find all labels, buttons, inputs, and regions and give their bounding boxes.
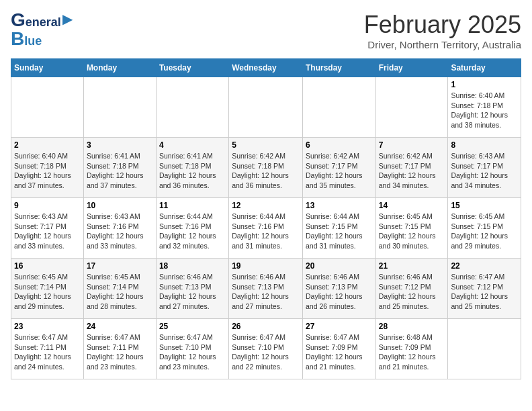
day-info: Sunrise: 6:45 AM Sunset: 7:15 PM Dayligh… [451,212,518,251]
logo-bird-icon: ▶ [62,11,73,27]
day-info: Sunrise: 6:45 AM Sunset: 7:15 PM Dayligh… [379,212,445,251]
calendar-cell: 1Sunrise: 6:40 AM Sunset: 7:18 PM Daylig… [448,77,521,138]
calendar-cell: 2Sunrise: 6:40 AM Sunset: 7:18 PM Daylig… [11,138,84,198]
day-number: 17 [87,261,153,271]
calendar-cell: 20Sunrise: 6:46 AM Sunset: 7:13 PM Dayli… [302,259,375,319]
calendar-cell: 4Sunrise: 6:41 AM Sunset: 7:18 PM Daylig… [156,138,228,198]
calendar-cell: 15Sunrise: 6:45 AM Sunset: 7:15 PM Dayli… [448,198,521,259]
day-info: Sunrise: 6:46 AM Sunset: 7:13 PM Dayligh… [159,272,226,312]
calendar-cell: 5Sunrise: 6:42 AM Sunset: 7:18 PM Daylig… [229,138,303,198]
day-info: Sunrise: 6:48 AM Sunset: 7:09 PM Dayligh… [379,332,445,372]
day-info: Sunrise: 6:47 AM Sunset: 7:10 PM Dayligh… [159,332,226,372]
day-number: 9 [14,201,81,210]
day-number: 8 [451,140,518,150]
day-header-friday: Friday [375,59,448,77]
calendar-cell: 10Sunrise: 6:43 AM Sunset: 7:16 PM Dayli… [83,198,156,259]
calendar-cell: 22Sunrise: 6:47 AM Sunset: 7:12 PM Dayli… [448,259,521,319]
calendar-cell: 11Sunrise: 6:44 AM Sunset: 7:16 PM Dayli… [156,198,228,259]
day-number: 15 [451,201,518,210]
calendar-cell [375,77,448,138]
day-info: Sunrise: 6:46 AM Sunset: 7:13 PM Dayligh… [232,272,300,312]
day-number: 10 [87,201,153,210]
day-info: Sunrise: 6:42 AM Sunset: 7:17 PM Dayligh… [306,151,373,191]
day-number: 27 [306,322,373,331]
week-row-4: 16Sunrise: 6:45 AM Sunset: 7:14 PM Dayli… [11,259,521,319]
day-info: Sunrise: 6:40 AM Sunset: 7:18 PM Dayligh… [14,151,81,191]
day-info: Sunrise: 6:40 AM Sunset: 7:18 PM Dayligh… [451,91,518,130]
header-row: SundayMondayTuesdayWednesdayThursdayFrid… [11,59,521,77]
calendar-cell: 28Sunrise: 6:48 AM Sunset: 7:09 PM Dayli… [375,319,448,379]
day-number: 16 [14,261,81,271]
week-row-5: 23Sunrise: 6:47 AM Sunset: 7:11 PM Dayli… [11,319,521,379]
calendar-cell: 23Sunrise: 6:47 AM Sunset: 7:11 PM Dayli… [11,319,84,379]
day-info: Sunrise: 6:42 AM Sunset: 7:17 PM Dayligh… [379,151,445,191]
day-number: 11 [159,201,226,210]
logo-blue-rest: lue [24,34,42,48]
day-info: Sunrise: 6:47 AM Sunset: 7:12 PM Dayligh… [451,272,518,312]
day-info: Sunrise: 6:44 AM Sunset: 7:16 PM Dayligh… [159,212,226,251]
calendar-cell: 27Sunrise: 6:47 AM Sunset: 7:09 PM Dayli… [302,319,375,379]
calendar-cell: 12Sunrise: 6:44 AM Sunset: 7:16 PM Dayli… [229,198,303,259]
calendar-cell: 13Sunrise: 6:44 AM Sunset: 7:15 PM Dayli… [302,198,375,259]
title-section: February 2025 Driver, Northern Territory… [364,11,521,50]
calendar-table: SundayMondayTuesdayWednesdayThursdayFrid… [11,58,521,379]
day-number: 25 [159,322,226,331]
day-info: Sunrise: 6:47 AM Sunset: 7:11 PM Dayligh… [87,332,153,372]
logo-general-g: G [11,11,26,30]
calendar-cell [156,77,228,138]
calendar-cell: 3Sunrise: 6:41 AM Sunset: 7:18 PM Daylig… [83,138,156,198]
calendar-cell: 6Sunrise: 6:42 AM Sunset: 7:17 PM Daylig… [302,138,375,198]
day-info: Sunrise: 6:45 AM Sunset: 7:14 PM Dayligh… [87,272,153,312]
day-number: 20 [306,261,373,271]
calendar-cell: 7Sunrise: 6:42 AM Sunset: 7:17 PM Daylig… [375,138,448,198]
day-info: Sunrise: 6:44 AM Sunset: 7:15 PM Dayligh… [306,212,373,251]
logo-general-rest: eneral [26,15,61,30]
logo-blue-b: B [11,30,24,48]
day-number: 7 [379,140,445,150]
day-number: 4 [159,140,226,150]
main-title: February 2025 [364,11,521,39]
day-info: Sunrise: 6:47 AM Sunset: 7:11 PM Dayligh… [14,332,81,372]
day-info: Sunrise: 6:47 AM Sunset: 7:10 PM Dayligh… [232,332,300,372]
calendar-cell: 17Sunrise: 6:45 AM Sunset: 7:14 PM Dayli… [83,259,156,319]
subtitle: Driver, Northern Territory, Australia [364,39,521,50]
day-info: Sunrise: 6:43 AM Sunset: 7:16 PM Dayligh… [87,212,153,251]
calendar-cell: 14Sunrise: 6:45 AM Sunset: 7:15 PM Dayli… [375,198,448,259]
calendar-cell: 9Sunrise: 6:43 AM Sunset: 7:17 PM Daylig… [11,198,84,259]
day-info: Sunrise: 6:43 AM Sunset: 7:17 PM Dayligh… [451,151,518,191]
day-info: Sunrise: 6:46 AM Sunset: 7:12 PM Dayligh… [379,272,445,312]
day-number: 5 [232,140,300,150]
calendar-cell: 8Sunrise: 6:43 AM Sunset: 7:17 PM Daylig… [448,138,521,198]
day-number: 26 [232,322,300,331]
calendar-cell [11,77,84,138]
day-number: 6 [306,140,373,150]
day-number: 3 [87,140,153,150]
day-number: 28 [379,322,445,331]
day-info: Sunrise: 6:46 AM Sunset: 7:13 PM Dayligh… [306,272,373,312]
day-header-tuesday: Tuesday [156,59,228,77]
day-number: 13 [306,201,373,210]
day-number: 23 [14,322,81,331]
page-header: G eneral ▶ B lue February 2025 Driver, N… [11,11,521,50]
day-info: Sunrise: 6:42 AM Sunset: 7:18 PM Dayligh… [232,151,300,191]
day-info: Sunrise: 6:43 AM Sunset: 7:17 PM Dayligh… [14,212,81,251]
day-number: 19 [232,261,300,271]
day-info: Sunrise: 6:47 AM Sunset: 7:09 PM Dayligh… [306,332,373,372]
day-header-saturday: Saturday [448,59,521,77]
day-number: 21 [379,261,445,271]
calendar-cell: 18Sunrise: 6:46 AM Sunset: 7:13 PM Dayli… [156,259,228,319]
calendar-cell [302,77,375,138]
day-number: 18 [159,261,226,271]
calendar-cell [83,77,156,138]
week-row-1: 1Sunrise: 6:40 AM Sunset: 7:18 PM Daylig… [11,77,521,138]
day-number: 14 [379,201,445,210]
day-header-monday: Monday [83,59,156,77]
day-number: 12 [232,201,300,210]
week-row-3: 9Sunrise: 6:43 AM Sunset: 7:17 PM Daylig… [11,198,521,259]
day-number: 1 [451,80,518,89]
calendar-cell: 24Sunrise: 6:47 AM Sunset: 7:11 PM Dayli… [83,319,156,379]
day-header-wednesday: Wednesday [229,59,303,77]
calendar-cell [229,77,303,138]
day-info: Sunrise: 6:41 AM Sunset: 7:18 PM Dayligh… [159,151,226,191]
day-header-thursday: Thursday [302,59,375,77]
